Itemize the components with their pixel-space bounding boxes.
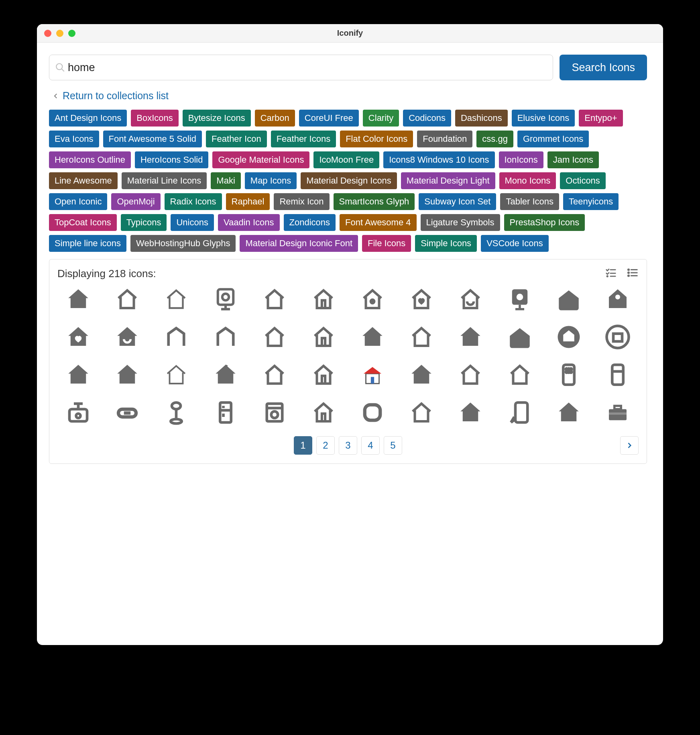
collection-tag[interactable]: CoreUI Free (299, 110, 359, 127)
collection-tag[interactable]: BoxIcons (131, 110, 179, 127)
home-fill-wide-icon[interactable] (548, 286, 590, 312)
collection-tag[interactable]: Remix Icon (274, 193, 329, 210)
home-open-outline-icon[interactable] (254, 324, 295, 350)
home-solid-icon[interactable] (401, 361, 442, 388)
home-v-outline-icon[interactable] (401, 399, 442, 426)
collection-tag[interactable]: Simple Icons (415, 235, 477, 252)
collection-tag[interactable]: Mono Icons (499, 172, 556, 189)
collection-tag[interactable]: Bytesize Icons (183, 110, 251, 127)
collection-tag[interactable]: Radix Icons (165, 193, 222, 210)
home-circle-fill-icon[interactable] (548, 324, 590, 350)
collection-tag[interactable]: IcoMoon Free (313, 151, 379, 168)
collection-tag[interactable]: Grommet Icons (517, 131, 589, 147)
home-line-thin-icon[interactable] (155, 361, 197, 388)
smartphone-home-icon[interactable] (548, 361, 590, 388)
collection-tag[interactable]: Feather Icons (271, 131, 336, 147)
search-button[interactable]: Search Icons (560, 55, 647, 80)
webcam-fill-icon[interactable] (499, 286, 540, 312)
close-icon[interactable] (44, 30, 51, 37)
home-screen-icon[interactable] (499, 399, 540, 426)
collection-tag[interactable]: Raphael (226, 193, 270, 210)
maximize-icon[interactable] (68, 30, 75, 37)
collection-tag[interactable]: Jam Icons (547, 151, 599, 168)
webcam-outline-icon[interactable] (204, 286, 246, 312)
collection-tag[interactable]: Subway Icon Set (419, 193, 496, 210)
minimize-icon[interactable] (56, 30, 63, 37)
home-fill-v-icon[interactable] (450, 399, 491, 426)
collection-tag[interactable]: Font Awesome 4 (340, 214, 416, 231)
view-list-checked-icon[interactable] (605, 267, 617, 280)
home-outline-icon[interactable] (106, 286, 148, 312)
collection-tag[interactable]: SmartIcons Glyph (334, 193, 415, 210)
home-fill-short-icon[interactable] (57, 361, 99, 388)
collection-tag[interactable]: Google Material Icons (212, 151, 309, 168)
search-input[interactable] (68, 61, 547, 74)
home-round-outline-icon[interactable] (401, 324, 442, 350)
home-arch-outline-icon[interactable] (254, 361, 295, 388)
collection-tag[interactable]: Material Design Icons (301, 172, 397, 189)
collection-tag[interactable]: Vaadin Icons (218, 214, 280, 231)
home-fill-gable-icon[interactable] (450, 324, 491, 350)
home-door-outline-icon[interactable] (303, 324, 344, 350)
collection-tag[interactable]: Material Design Iconic Font (240, 235, 358, 252)
collection-tag[interactable]: TopCoat Icons (49, 214, 117, 231)
home-roof-outline-icon[interactable] (254, 286, 295, 312)
collection-tag[interactable]: Map Icons (245, 172, 297, 189)
page-3[interactable]: 3 (339, 436, 357, 455)
collection-tag[interactable]: Codicons (403, 110, 451, 127)
collection-tag[interactable]: OpenMoji (111, 193, 160, 210)
collection-tag[interactable]: Octicons (560, 172, 606, 189)
link-home-icon[interactable] (106, 399, 148, 426)
fridge-home-icon[interactable] (204, 399, 246, 426)
collection-tag[interactable]: WebHostingHub Glyphs (130, 235, 236, 252)
collection-tag[interactable]: Unicons (171, 214, 214, 231)
collection-tag[interactable]: Zondicons (284, 214, 336, 231)
page-5[interactable]: 5 (384, 436, 402, 455)
collection-tag[interactable]: Eva Icons (49, 131, 99, 147)
view-list-icon[interactable] (627, 267, 639, 280)
collection-tag[interactable]: Ligature Symbols (421, 214, 500, 231)
page-2[interactable]: 2 (316, 436, 335, 455)
collection-tag[interactable]: Material Line Icons (122, 172, 207, 189)
collection-tag[interactable]: css.gg (476, 131, 513, 147)
scroll-area[interactable]: Search Icons Return to collections list … (37, 43, 663, 645)
collection-tag[interactable]: IonIcons (499, 151, 543, 168)
collection-tag[interactable]: Line Awesome (49, 172, 118, 189)
collection-tag[interactable]: Maki (211, 172, 240, 189)
collection-tag[interactable]: File Icons (362, 235, 411, 252)
home-fill-simple-icon[interactable] (352, 324, 393, 350)
home-roof-door-icon[interactable] (303, 286, 344, 312)
birdhouse-fill-icon[interactable] (597, 286, 639, 312)
home-color-icon[interactable] (352, 361, 393, 388)
collection-tag[interactable]: Dashicons (455, 110, 508, 127)
home-frame-icon[interactable] (450, 361, 491, 388)
home-wide-fill-icon[interactable] (499, 324, 540, 350)
collection-tag[interactable]: HeroIcons Solid (135, 151, 208, 168)
page-4[interactable]: 4 (361, 436, 380, 455)
home-smile-fill-icon[interactable] (106, 324, 148, 350)
collection-tag[interactable]: Simple line icons (49, 235, 126, 252)
collection-tag[interactable]: Carbon (255, 110, 295, 127)
home-heart-fill-icon[interactable] (57, 324, 99, 350)
collection-tag[interactable]: Open Iconic (49, 193, 107, 210)
home-square-round-icon[interactable] (352, 399, 393, 426)
home-heart-outline-icon[interactable] (401, 286, 442, 312)
home-tall-outline-icon[interactable] (204, 324, 246, 350)
collection-tag[interactable]: Material Design Light (401, 172, 495, 189)
home-outline-light-icon[interactable] (155, 286, 197, 312)
collection-tag[interactable]: Typicons (121, 214, 167, 231)
collection-tag[interactable]: Clarity (363, 110, 399, 127)
home-circle-outline-icon[interactable] (597, 324, 639, 350)
home-dot-outline-icon[interactable] (352, 286, 393, 312)
home-fill-slash-icon[interactable] (204, 361, 246, 388)
collection-tag[interactable]: Font Awesome 5 Solid (103, 131, 202, 147)
home-arch-door-icon[interactable] (303, 361, 344, 388)
home-appliance-icon[interactable] (597, 361, 639, 388)
collection-tag[interactable]: PrestaShop Icons (504, 214, 585, 231)
home-tall-door-icon[interactable] (303, 399, 344, 426)
collection-tag[interactable]: Elusive Icons (512, 110, 575, 127)
return-link[interactable]: Return to collections list (52, 90, 169, 102)
collection-tag[interactable]: Entypo+ (579, 110, 623, 127)
collection-tag[interactable]: Teenyicons (563, 193, 619, 210)
washer-home-icon[interactable] (254, 399, 295, 426)
